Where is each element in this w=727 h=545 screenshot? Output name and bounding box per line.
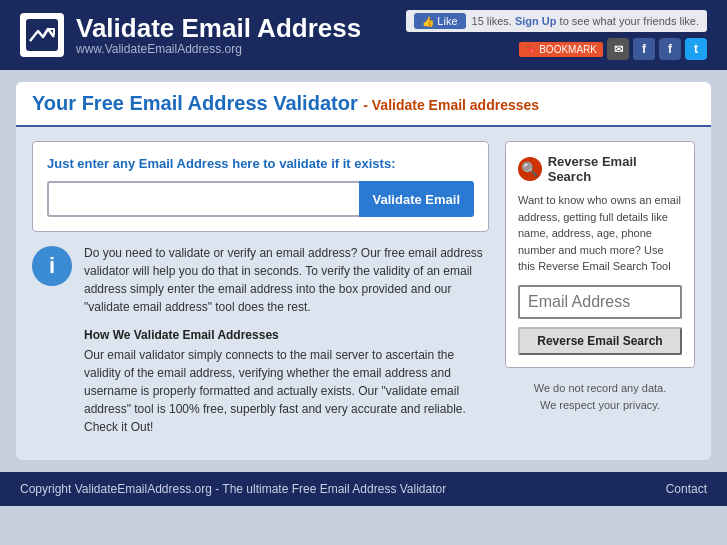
reverse-email-input[interactable] xyxy=(518,285,682,319)
twitter-icon[interactable]: t xyxy=(685,38,707,60)
how-title: How We Validate Email Addresses xyxy=(84,326,489,344)
privacy-note: We do not record any data. We respect yo… xyxy=(505,380,695,415)
left-panel: Just enter any Email Address here to val… xyxy=(32,141,489,446)
like-button[interactable]: 👍 Like xyxy=(414,13,465,29)
reverse-description: Want to know who owns an email address, … xyxy=(518,192,682,275)
content-wrapper: Just enter any Email Address here to val… xyxy=(16,127,711,460)
email-input-row: Validate Email xyxy=(47,181,474,217)
header-right: 👍 Like 15 likes. Sign Up to see what you… xyxy=(406,10,707,60)
right-panel: 🔍 Reverse Email Search Want to know who … xyxy=(505,141,695,446)
footer-copyright: Copyright ValidateEmailAddress.org - The… xyxy=(20,482,446,496)
page-title-bar: Your Free Email Address Validator - Vali… xyxy=(16,82,711,127)
info-text: Do you need to validate or verify an ema… xyxy=(84,244,489,446)
sign-up-link[interactable]: Sign Up xyxy=(515,15,557,27)
reverse-search-icon: 🔍 xyxy=(518,157,542,181)
site-url: www.ValidateEmailAddress.org xyxy=(76,42,361,56)
page-subtitle: - Validate Email addresses xyxy=(363,97,539,113)
info-paragraph-2: Our email validator simply connects to t… xyxy=(84,346,489,436)
like-bar: 👍 Like 15 likes. Sign Up to see what you… xyxy=(406,10,707,32)
reverse-search-button[interactable]: Reverse Email Search xyxy=(518,327,682,355)
validator-box: Just enter any Email Address here to val… xyxy=(32,141,489,232)
info-paragraph-1: Do you need to validate or verify an ema… xyxy=(84,244,489,316)
bookmark-button[interactable]: 🔖 BOOKMARK xyxy=(519,42,603,57)
site-title: Validate Email Address xyxy=(76,14,361,43)
info-icon: i xyxy=(32,246,72,286)
facebook-icon-2[interactable]: f xyxy=(659,38,681,60)
main-content: Your Free Email Address Validator - Vali… xyxy=(0,70,727,472)
header-left: Validate Email Address www.ValidateEmail… xyxy=(20,13,361,57)
footer: Copyright ValidateEmailAddress.org - The… xyxy=(0,472,727,506)
contact-link[interactable]: Contact xyxy=(666,482,707,496)
header-title-block: Validate Email Address www.ValidateEmail… xyxy=(76,14,361,57)
info-section: i Do you need to validate or verify an e… xyxy=(32,244,489,446)
likes-count: 15 likes. Sign Up to see what your frien… xyxy=(472,15,699,27)
validator-label: Just enter any Email Address here to val… xyxy=(47,156,474,171)
social-bar: 🔖 BOOKMARK ✉ f f t xyxy=(519,38,707,60)
reverse-search-title: Reverse Email Search xyxy=(548,154,682,184)
bookmark-icon: 🔖 xyxy=(525,44,537,55)
reverse-box: 🔍 Reverse Email Search Want to know who … xyxy=(505,141,695,368)
header: Validate Email Address www.ValidateEmail… xyxy=(0,0,727,70)
reverse-title-row: 🔍 Reverse Email Search xyxy=(518,154,682,184)
logo-icon xyxy=(20,13,64,57)
email-share-icon[interactable]: ✉ xyxy=(607,38,629,60)
facebook-share-icon[interactable]: f xyxy=(633,38,655,60)
validate-button[interactable]: Validate Email xyxy=(359,181,474,217)
page-title: Your Free Email Address Validator - Vali… xyxy=(32,92,695,115)
email-input[interactable] xyxy=(47,181,359,217)
thumbs-up-icon: 👍 xyxy=(422,16,434,27)
